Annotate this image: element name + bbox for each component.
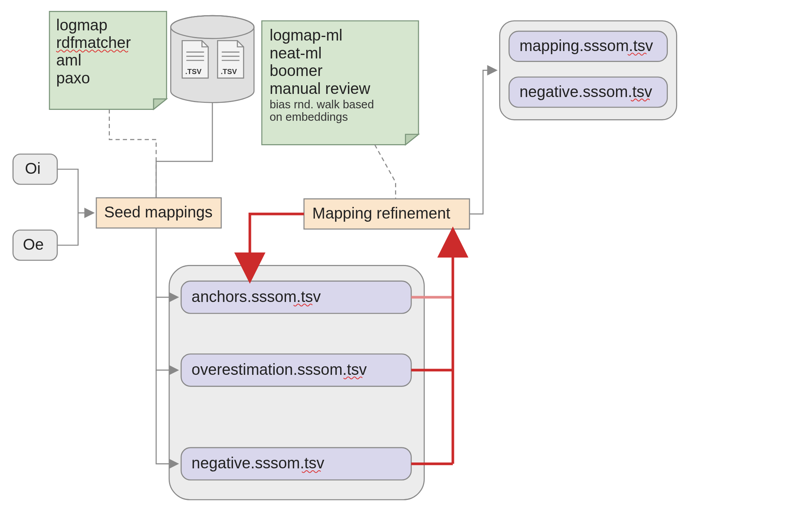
ont-oe-label: Oe — [23, 236, 44, 253]
note-right-s1: bias rnd. walk based — [270, 98, 374, 111]
note-left-l4: paxo — [56, 69, 90, 86]
output-mapping-label: mapping.sssom.tsv — [519, 37, 653, 54]
ont-oi: Oi — [13, 154, 57, 184]
ont-oi-label: Oi — [25, 160, 41, 177]
database-icon: .TSV .TSV — [171, 16, 254, 102]
edge-oi-seed — [57, 169, 93, 213]
note-left-l1: logmap — [56, 16, 107, 34]
diagram-canvas: logmap rdfmatcher aml paxo .TSV .TSV — [0, 0, 812, 519]
seed-mappings: Seed mappings — [96, 198, 221, 228]
note-left-l2: rdfmatcher — [56, 34, 131, 51]
mapping-refinement: Mapping refinement — [304, 199, 470, 229]
edge-noteright-refine — [375, 145, 395, 199]
output-negative-label: negative.sssom.tsv — [519, 83, 652, 100]
note-right: logmap-ml neat-ml boomer manual review b… — [262, 21, 418, 145]
pool-neg-label: negative.sssom.tsv — [192, 454, 325, 471]
db-file-2: .TSV — [217, 41, 244, 78]
note-right-l3: boomer — [270, 62, 323, 79]
edge-oe-seed — [57, 213, 78, 245]
pool-anchors: anchors.sssom.tsv — [181, 281, 411, 313]
edge-refine-output — [470, 70, 496, 214]
db-file-2-ext: .TSV — [221, 67, 237, 76]
note-right-l1: logmap-ml — [270, 26, 342, 44]
pool-negative: negative.sssom.tsv — [181, 448, 411, 480]
note-right-s2: on embeddings — [270, 110, 348, 123]
note-right-l4: manual review — [270, 80, 371, 97]
pool-anchors-label: anchors.sssom.tsv — [192, 288, 321, 305]
pool-container: anchors.sssom.tsv overestimation.sssom.t… — [169, 265, 424, 500]
output-mapping: mapping.sssom.tsv — [509, 31, 667, 61]
note-left-l3: aml — [56, 51, 81, 69]
ont-oe: Oe — [13, 230, 57, 260]
pool-over-label: overestimation.sssom.tsv — [192, 361, 367, 378]
edge-db-seed — [156, 102, 212, 198]
mapping-refinement-label: Mapping refinement — [312, 205, 450, 222]
note-right-l2: neat-ml — [270, 44, 322, 62]
db-file-1: .TSV — [182, 41, 208, 78]
note-left: logmap rdfmatcher aml paxo — [49, 11, 167, 109]
seed-mappings-label: Seed mappings — [104, 203, 212, 221]
edge-noteleft-seed — [109, 109, 156, 198]
pool-overestimation: overestimation.sssom.tsv — [181, 354, 411, 386]
db-file-1-ext: .TSV — [185, 67, 202, 76]
output-negative: negative.sssom.tsv — [509, 77, 667, 107]
output-container: mapping.sssom.tsv negative.sssom.tsv — [500, 21, 676, 120]
